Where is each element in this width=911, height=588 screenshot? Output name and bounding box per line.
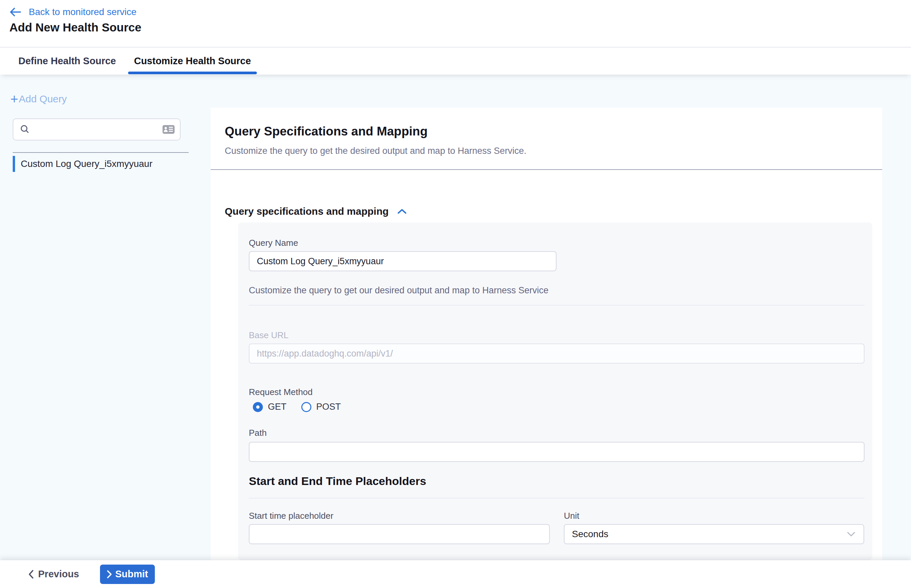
add-query-label: Add Query (19, 93, 66, 105)
query-search-box (13, 118, 181, 141)
path-label: Path (249, 428, 267, 438)
footer-bar: Previous Submit (0, 560, 911, 588)
previous-button[interactable]: Previous (28, 565, 79, 584)
card-divider (249, 498, 864, 498)
radio-get[interactable] (253, 402, 263, 412)
arrow-left-icon (10, 7, 21, 18)
main-panel: Query Specifications and Mapping Customi… (211, 108, 882, 560)
page-title: Add New Health Source (10, 21, 142, 34)
back-link[interactable]: Back to monitored service (10, 5, 136, 19)
path-input[interactable] (249, 442, 864, 462)
radio-get-label[interactable]: GET (268, 402, 287, 412)
card-view-icon[interactable] (159, 124, 180, 135)
query-item-label: Custom Log Query_i5xmyyuaur (21, 158, 152, 169)
search-icon (13, 124, 34, 135)
section-title: Query specifications and mapping (225, 206, 389, 217)
panel-divider (211, 169, 882, 170)
section-header: Query specifications and mapping (225, 204, 407, 219)
base-url-label: Base URL (249, 330, 289, 341)
search-input[interactable] (34, 119, 159, 140)
chevron-up-icon[interactable] (397, 208, 407, 215)
chevron-left-icon (28, 570, 34, 579)
unit-selected-value: Seconds (572, 529, 847, 540)
unit-label: Unit (564, 511, 579, 521)
chevron-right-icon (107, 570, 112, 578)
selected-indicator-bar (13, 156, 15, 172)
unit-select[interactable]: Seconds (564, 524, 864, 544)
start-time-placeholder-input[interactable] (249, 524, 550, 544)
start-time-placeholder-label: Start time placeholder (249, 511, 333, 521)
panel-subheading: Customize the query to get the desired o… (225, 146, 527, 156)
sidebar-divider (13, 152, 189, 153)
request-method-label: Request Method (249, 387, 313, 397)
query-name-helper-text: Customize the query to get our desired o… (249, 285, 549, 296)
add-query-button[interactable]: + Add Query (10, 92, 67, 107)
active-tab-underline (128, 71, 257, 74)
query-mapping-card: Query Name Customize the query to get ou… (238, 223, 872, 560)
panel-heading: Query Specifications and Mapping (225, 124, 428, 139)
card-divider (249, 305, 864, 305)
tab-define-health-source[interactable]: Define Health Source (18, 47, 117, 74)
request-method-radio-group: GET POST (253, 402, 341, 412)
previous-button-label: Previous (38, 569, 79, 580)
radio-post-label[interactable]: POST (317, 402, 341, 412)
query-name-label: Query Name (249, 238, 298, 248)
time-placeholders-heading: Start and End Time Placeholders (249, 475, 426, 488)
page-header: Back to monitored service Add New Health… (0, 0, 911, 47)
chevron-down-icon (847, 531, 856, 537)
base-url-input (249, 344, 864, 363)
query-list-item[interactable]: Custom Log Query_i5xmyyuaur (13, 155, 200, 173)
submit-button[interactable]: Submit (100, 565, 155, 584)
query-name-input[interactable] (249, 251, 557, 271)
back-link-label: Back to monitored service (29, 7, 136, 18)
radio-post[interactable] (301, 402, 311, 412)
submit-button-label: Submit (115, 569, 148, 580)
plus-icon: + (10, 92, 18, 106)
tab-customize-health-source[interactable]: Customize Health Source (133, 47, 252, 74)
tab-bar: Define Health Source Customize Health So… (0, 47, 911, 74)
